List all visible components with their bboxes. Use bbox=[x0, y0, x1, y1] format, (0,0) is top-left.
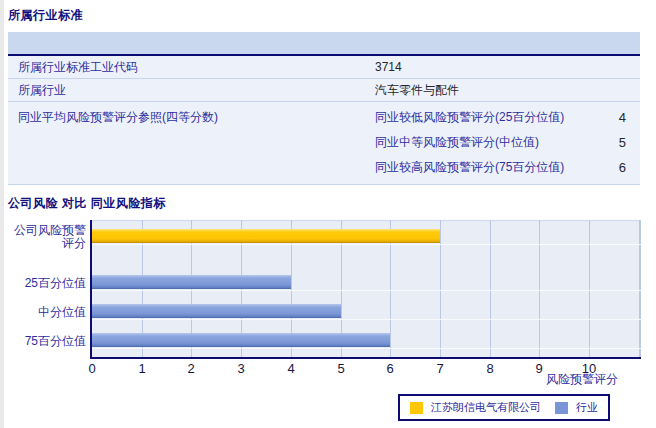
x-tick-label: 2 bbox=[171, 361, 211, 376]
category-separator bbox=[92, 290, 641, 291]
industry-risk-report-page: 所属行业标准 所属行业标准工业代码 3714 所属行业 汽车零件与配件 同业平均… bbox=[0, 0, 656, 428]
row-label: 同业平均风险预警评分参照(四等分数) bbox=[8, 102, 375, 126]
section-title-risk-comparison: 公司风险 对比 同业风险指标 bbox=[8, 195, 166, 212]
row-label: 所属行业标准工业代码 bbox=[8, 59, 375, 76]
legend-swatch-company-icon bbox=[410, 402, 423, 414]
row-label: 所属行业 bbox=[8, 82, 375, 99]
page-left-edge bbox=[0, 0, 4, 428]
quartile-row-median: 同业中等风险预警评分(中位值) 5 bbox=[375, 130, 640, 155]
quartile-label: 同业较高风险预警评分(75百分位值) bbox=[375, 155, 594, 180]
legend-label-industry: 行业 bbox=[576, 400, 598, 415]
table-header-band bbox=[8, 32, 640, 56]
category-label: 中分位值 bbox=[6, 306, 86, 319]
quartile-row-low: 同业较低风险预警评分(25百分位值) 4 bbox=[375, 105, 640, 130]
category-label: 25百分位值 bbox=[6, 277, 86, 290]
table-row-sic-code: 所属行业标准工业代码 3714 bbox=[8, 56, 640, 79]
quartile-label: 同业较低风险预警评分(25百分位值) bbox=[375, 105, 594, 130]
chart-plot-area bbox=[92, 220, 641, 357]
x-tick-label: 10 bbox=[569, 361, 609, 376]
gridline bbox=[539, 220, 540, 357]
x-tick-label: 7 bbox=[420, 361, 460, 376]
quartile-row-high: 同业较高风险预警评分(75百分位值) 6 bbox=[375, 155, 640, 180]
quartile-value: 6 bbox=[594, 155, 640, 180]
category-separator bbox=[92, 319, 641, 320]
section-title-industry-standard: 所属行业标准 bbox=[8, 7, 83, 24]
gridline bbox=[341, 220, 342, 357]
chart-bar-industry bbox=[92, 304, 341, 318]
gridline bbox=[490, 220, 491, 357]
gridline bbox=[639, 220, 640, 357]
x-tick-label: 9 bbox=[519, 361, 559, 376]
chart-bar-company bbox=[92, 229, 440, 243]
x-tick-label: 3 bbox=[221, 361, 261, 376]
x-axis-line bbox=[90, 357, 641, 359]
quartile-sub-rows: 同业较低风险预警评分(25百分位值) 4 同业中等风险预警评分(中位值) 5 同… bbox=[375, 102, 640, 184]
row-value: 汽车零件与配件 bbox=[375, 82, 459, 99]
category-label: 公司风险预警评分 bbox=[6, 224, 86, 250]
gridline bbox=[440, 220, 441, 357]
legend-swatch-industry-icon bbox=[555, 402, 568, 414]
industry-standard-table: 所属行业标准工业代码 3714 所属行业 汽车零件与配件 同业平均风险预警评分参… bbox=[8, 32, 640, 185]
gridline bbox=[589, 220, 590, 357]
category-label: 75百分位值 bbox=[6, 335, 86, 348]
chart-bar-industry bbox=[92, 333, 390, 347]
y-axis-line bbox=[90, 220, 92, 359]
quartile-label: 同业中等风险预警评分(中位值) bbox=[375, 130, 594, 155]
table-row-quartile-scores: 同业平均风险预警评分参照(四等分数) 同业较低风险预警评分(25百分位值) 4 … bbox=[8, 102, 640, 185]
gridline bbox=[142, 220, 143, 357]
x-tick-label: 1 bbox=[122, 361, 162, 376]
gridline bbox=[291, 220, 292, 357]
gridline bbox=[241, 220, 242, 357]
x-tick-label: 5 bbox=[321, 361, 361, 376]
gridline bbox=[191, 220, 192, 357]
row-value: 3714 bbox=[375, 60, 402, 74]
chart-bar-industry bbox=[92, 275, 291, 289]
chart-legend: 江苏朗信电气有限公司 行业 bbox=[398, 394, 610, 421]
quartile-value: 4 bbox=[594, 105, 640, 130]
category-separator bbox=[92, 244, 641, 245]
x-tick-label: 0 bbox=[72, 361, 112, 376]
table-row-industry: 所属行业 汽车零件与配件 bbox=[8, 79, 640, 102]
x-tick-label: 8 bbox=[470, 361, 510, 376]
x-tick-label: 6 bbox=[370, 361, 410, 376]
gridline bbox=[390, 220, 391, 357]
category-separator bbox=[92, 348, 641, 349]
legend-label-company: 江苏朗信电气有限公司 bbox=[431, 400, 541, 415]
quartile-value: 5 bbox=[594, 130, 640, 155]
x-tick-label: 4 bbox=[271, 361, 311, 376]
x-axis-title: 风险预警评分 bbox=[546, 371, 618, 388]
